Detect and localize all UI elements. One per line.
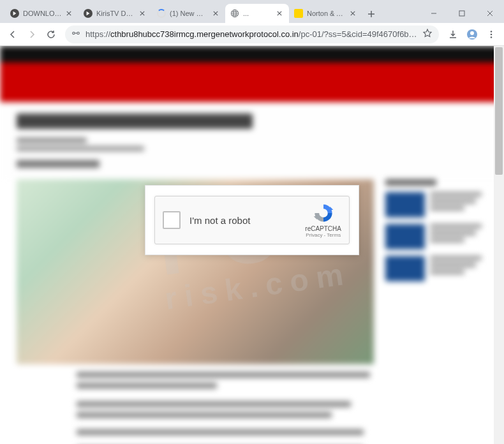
blurred-headline <box>17 114 253 129</box>
recaptcha-terms-link[interactable]: Terms <box>327 232 341 238</box>
tab-4-active[interactable]: ... <box>225 4 289 23</box>
back-button[interactable] <box>4 26 22 43</box>
recaptcha-label: I'm not a robot <box>189 215 305 226</box>
new-tab-button[interactable] <box>362 5 380 23</box>
url-text: https://cthbru8hubcc738irmcg.mergenetwor… <box>85 29 417 39</box>
favicon-globe-icon <box>230 9 239 18</box>
tabs-container: DOWNLOAD: Red KirisTV Download (1) New M… <box>5 0 420 23</box>
tab-close-icon[interactable] <box>211 9 220 18</box>
recaptcha-logo-icon <box>313 202 334 224</box>
tab-close-icon[interactable] <box>348 9 357 18</box>
site-info-icon[interactable] <box>71 29 80 40</box>
minimize-button[interactable] <box>420 4 448 23</box>
recaptcha-links: Privacy - Terms <box>305 232 341 238</box>
recaptcha-brand-text: reCAPTCHA <box>305 225 341 232</box>
svg-rect-2 <box>459 11 464 16</box>
svg-point-3 <box>73 32 75 34</box>
svg-marker-11 <box>313 216 316 219</box>
tab-title: ... <box>243 10 272 17</box>
svg-marker-10 <box>330 207 333 210</box>
scrollbar[interactable] <box>494 46 504 444</box>
favicon-norton-icon <box>294 9 303 18</box>
tab-title: KirisTV Download <box>96 10 135 17</box>
svg-point-7 <box>491 31 493 33</box>
url-domain: cthbru8hubcc738irmcg.mergenetworkprotoco… <box>110 29 299 39</box>
recaptcha-popup: I'm not a robot reCAPTCHA Privacy - Term… <box>145 185 359 255</box>
scrollbar-thumb[interactable] <box>495 47 503 175</box>
address-bar[interactable]: https://cthbru8hubcc738irmcg.mergenetwor… <box>65 26 439 43</box>
maximize-button[interactable] <box>448 4 476 23</box>
svg-point-4 <box>77 32 80 34</box>
close-window-button[interactable] <box>476 4 504 23</box>
svg-point-6 <box>470 31 474 35</box>
browser-title-bar: DOWNLOAD: Red KirisTV Download (1) New M… <box>0 0 504 23</box>
browser-toolbar: https://cthbru8hubcc738irmcg.mergenetwor… <box>0 23 504 46</box>
bookmark-star-icon[interactable] <box>422 28 433 40</box>
recaptcha-checkbox[interactable] <box>163 211 181 229</box>
forward-button[interactable] <box>23 26 41 43</box>
url-protocol: https:// <box>85 29 110 39</box>
svg-point-9 <box>491 36 493 38</box>
recaptcha-branding: reCAPTCHA Privacy - Terms <box>305 202 341 238</box>
tab-close-icon[interactable] <box>275 9 284 18</box>
tab-close-icon[interactable] <box>138 9 147 18</box>
tab-title: Norton & AntiVirus <box>307 10 346 17</box>
reload-button[interactable] <box>42 26 60 43</box>
tab-1[interactable]: DOWNLOAD: Red <box>5 4 78 23</box>
recaptcha-privacy-link[interactable]: Privacy <box>306 232 322 238</box>
tab-title: (1) New Message! <box>170 10 209 17</box>
recaptcha-widget: I'm not a robot reCAPTCHA Privacy - Term… <box>154 196 350 244</box>
favicon-play-icon <box>10 9 19 18</box>
downloads-icon[interactable] <box>444 26 462 43</box>
page-content: PC risk.com I'm not a robot reCAPTCHA <box>0 46 504 444</box>
tab-5[interactable]: Norton & AntiVirus <box>289 4 362 23</box>
svg-point-8 <box>491 33 493 35</box>
profile-icon[interactable] <box>463 26 481 43</box>
tab-title: DOWNLOAD: Red <box>23 10 62 17</box>
url-path: /pc-01/?ss=5&cid=49f4670f6b8724b167d3&li… <box>299 29 417 39</box>
favicon-loading-icon <box>157 9 166 18</box>
window-controls <box>420 4 504 23</box>
favicon-play-icon <box>84 9 93 18</box>
tab-3[interactable]: (1) New Message! <box>152 4 225 23</box>
tab-2[interactable]: KirisTV Download <box>78 4 152 23</box>
tab-close-icon[interactable] <box>64 9 73 18</box>
menu-icon[interactable] <box>482 26 500 43</box>
